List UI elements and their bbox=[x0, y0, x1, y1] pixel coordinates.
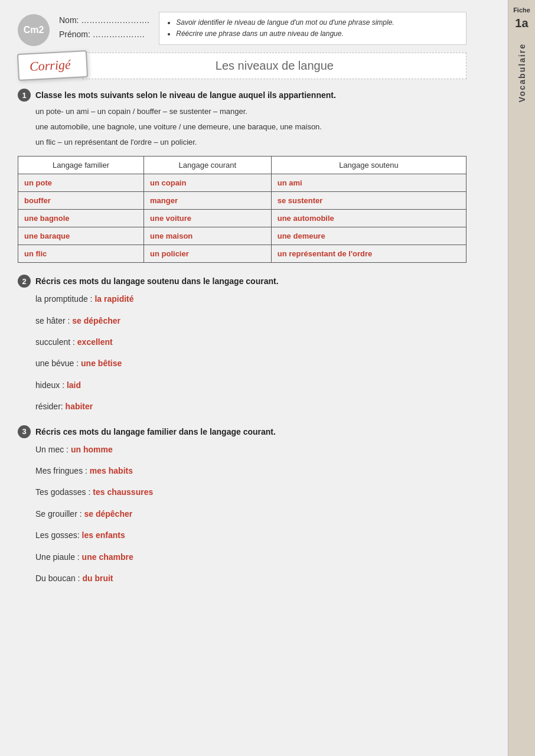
exercise-word: succulent : bbox=[35, 337, 77, 347]
exercise-item: Se grouiller : se dépêcher bbox=[35, 507, 467, 520]
table-cell: un pote bbox=[18, 174, 144, 192]
exercise-word: hideux : bbox=[35, 380, 67, 390]
col-courant: Langage courant bbox=[144, 157, 272, 174]
fiche-label: Fiche 1a bbox=[513, 6, 530, 31]
section3-items: Un mec : un hommeMes fringues : mes habi… bbox=[35, 443, 467, 585]
table-cell: une voiture bbox=[144, 210, 272, 227]
exercise-answer: mes habits bbox=[90, 466, 133, 475]
section1-title: 1 Classe les mots suivants selon le nive… bbox=[18, 89, 467, 102]
right-sidebar: Fiche 1a Vocabulaire bbox=[508, 0, 535, 756]
exercise-item: Un mec : un homme bbox=[35, 443, 467, 456]
section2-items: la promptitude : la rapiditése hâter : s… bbox=[35, 292, 467, 413]
section3-instruction: Récris ces mots du langage familier dans… bbox=[35, 427, 276, 436]
exercise-answer: se dépêcher bbox=[72, 316, 120, 325]
exercise-answer: du bruit bbox=[82, 573, 113, 583]
exercise-answer: les enfants bbox=[82, 530, 125, 540]
table-cell: une bagnole bbox=[18, 210, 144, 227]
table-row: une bagnoleune voitureune automobile bbox=[18, 210, 467, 227]
objectifs-box: Savoir identifier le niveau de langue d'… bbox=[159, 12, 467, 45]
section2-num: 2 bbox=[18, 275, 31, 288]
corrige-section: Corrigé Les niveaux de langue bbox=[18, 52, 467, 79]
table-cell: un flic bbox=[18, 245, 144, 263]
objectif-1: Savoir identifier le niveau de langue d'… bbox=[176, 17, 459, 28]
section1-line2: une automobile, une bagnole, une voiture… bbox=[35, 120, 467, 133]
main-content: Cm2 Nom: ……………………. Prénom: ………………. Savoi… bbox=[0, 0, 484, 617]
table-row: un flicun policierun représentant de l'o… bbox=[18, 245, 467, 263]
cm2-badge: Cm2 bbox=[18, 14, 50, 46]
section3-num: 3 bbox=[18, 425, 31, 438]
exercise-item: hideux : laid bbox=[35, 379, 467, 392]
exercise-word: Se grouiller : bbox=[35, 509, 84, 519]
exercise-answer: une chambre bbox=[82, 552, 133, 562]
prenom-field: Prénom: ………………. bbox=[59, 30, 149, 39]
exercise-item: la promptitude : la rapidité bbox=[35, 292, 467, 305]
exercise-word: Un mec : bbox=[35, 445, 71, 454]
table-cell: un policier bbox=[144, 245, 272, 263]
section1-line3: un flic – un représentant de l'ordre – u… bbox=[35, 136, 467, 149]
exercise-item: Du boucan : du bruit bbox=[35, 572, 467, 585]
exercise-word: Mes fringues : bbox=[35, 466, 90, 475]
exercise-answer: excellent bbox=[77, 337, 113, 347]
table-header-row: Langage familier Langage courant Langage… bbox=[18, 157, 467, 174]
exercise-answer: une bêtise bbox=[81, 359, 122, 368]
exercise-item: Mes fringues : mes habits bbox=[35, 464, 467, 477]
exercise-answer: la rapidité bbox=[94, 294, 133, 304]
exercise-item: succulent : excellent bbox=[35, 335, 467, 348]
table-cell: un ami bbox=[271, 174, 466, 192]
exercise-item: une bévue : une bêtise bbox=[35, 357, 467, 370]
table-cell: un copain bbox=[144, 174, 272, 192]
exercise-item: résider: habiter bbox=[35, 400, 467, 413]
nom-field: Nom: ……………………. bbox=[59, 15, 149, 25]
section1-line1: un pote- un ami – un copain / bouffer – … bbox=[35, 105, 467, 118]
table-row: bouffermangerse sustenter bbox=[18, 192, 467, 210]
col-soutenu: Langage soutenu bbox=[271, 157, 466, 174]
table-cell: une demeure bbox=[271, 227, 466, 245]
table-cell: un représentant de l'ordre bbox=[271, 245, 466, 263]
page-title: Les niveaux de langue bbox=[83, 53, 467, 79]
exercise-word: Tes godasses : bbox=[35, 487, 93, 497]
table-cell: une automobile bbox=[271, 210, 466, 227]
nom-prenom: Nom: ……………………. Prénom: ………………. bbox=[59, 15, 149, 44]
exercise-word: résider: bbox=[35, 402, 66, 411]
exercise-item: Les gosses: les enfants bbox=[35, 529, 467, 542]
vocabulaire-label: Vocabulaire bbox=[517, 43, 527, 102]
section2-instruction: Récris ces mots du langage soutenu dans … bbox=[35, 276, 279, 286]
section1-num: 1 bbox=[18, 89, 31, 102]
objectifs-list: Savoir identifier le niveau de langue d'… bbox=[167, 17, 459, 40]
exercise-word: la promptitude : bbox=[35, 294, 94, 304]
table-cell: bouffer bbox=[18, 192, 144, 210]
exercise-word: une bévue : bbox=[35, 359, 81, 368]
page-wrapper: Fiche 1a Vocabulaire Cm2 Nom: ……………………. … bbox=[0, 0, 535, 756]
exercise-item: Une piaule : une chambre bbox=[35, 550, 467, 563]
corrige-tag: Corrigé bbox=[17, 50, 88, 81]
exercise-answer: laid bbox=[67, 380, 81, 390]
exercise-word: se hâter : bbox=[35, 316, 72, 325]
section3-title: 3 Récris ces mots du langage familier da… bbox=[18, 425, 467, 438]
exercise-answer: se dépêcher bbox=[84, 509, 132, 519]
vocab-table: Langage familier Langage courant Langage… bbox=[18, 156, 467, 263]
table-row: une baraqueune maisonune demeure bbox=[18, 227, 467, 245]
exercise-answer: tes chaussures bbox=[93, 487, 153, 497]
exercise-answer: habiter bbox=[66, 402, 93, 411]
table-row: un poteun copainun ami bbox=[18, 174, 467, 192]
exercise-item: se hâter : se dépêcher bbox=[35, 314, 467, 327]
table-cell: se sustenter bbox=[271, 192, 466, 210]
table-cell: une baraque bbox=[18, 227, 144, 245]
header-row: Cm2 Nom: ……………………. Prénom: ………………. Savoi… bbox=[18, 12, 467, 46]
table-cell: manger bbox=[144, 192, 272, 210]
table-cell: une maison bbox=[144, 227, 272, 245]
col-familier: Langage familier bbox=[18, 157, 144, 174]
exercise-word: Du boucan : bbox=[35, 573, 82, 583]
exercise-item: Tes godasses : tes chaussures bbox=[35, 485, 467, 498]
section2-title: 2 Récris ces mots du langage soutenu dan… bbox=[18, 275, 467, 288]
exercise-word: Les gosses: bbox=[35, 530, 82, 540]
objectif-2: Réécrire une phrase dans un autre niveau… bbox=[176, 28, 459, 40]
exercise-answer: un homme bbox=[71, 445, 113, 454]
exercise-word: Une piaule : bbox=[35, 552, 82, 562]
section1-instruction: Classe les mots suivants selon le niveau… bbox=[35, 90, 336, 100]
